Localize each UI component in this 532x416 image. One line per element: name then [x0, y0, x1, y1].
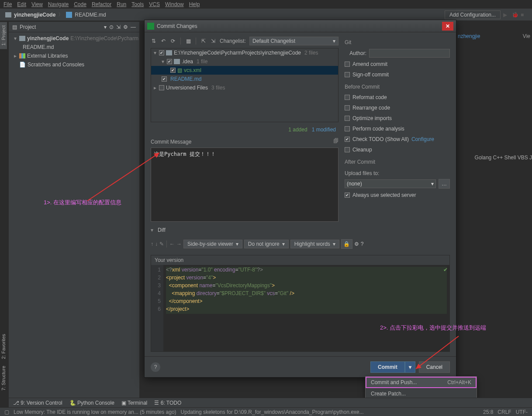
gear-icon[interactable]: ⚙ [354, 241, 359, 247]
target-icon[interactable]: ⊙ [109, 24, 114, 30]
chevron-down-icon[interactable]: ▾ [104, 24, 107, 30]
project-tool-tab[interactable]: 1: Project [0, 22, 7, 49]
changelist-combo[interactable]: Default Changelist ▾ [249, 37, 339, 45]
expand-icon[interactable]: ▾ [14, 35, 17, 41]
changes-tree[interactable]: ▾ E:\YinzhengjieCode\PycharmProjects\yin… [151, 48, 339, 122]
rearrange-checkbox-row[interactable]: Rearrange code [345, 104, 450, 112]
project-root-node[interactable]: ▾ yinzhengjieCode E:\YinzhengjieCode\Pyc… [9, 34, 139, 43]
checkbox[interactable] [345, 137, 350, 142]
configure-link[interactable]: Configure [411, 136, 434, 142]
prev-change-icon[interactable]: ↑ [151, 241, 153, 247]
commit-split-button[interactable]: Commit ▾ [370, 361, 415, 373]
python-console-tab[interactable]: 🐍 Python Console [69, 400, 114, 406]
project-tree[interactable]: ▾ yinzhengjieCode E:\YinzhengjieCode\Pyc… [9, 32, 139, 71]
collapse-icon[interactable]: ⇲ [116, 24, 121, 30]
viewer-mode-dropdown[interactable]: Side-by-side viewer▾ [183, 240, 242, 248]
stop-icon[interactable]: ■ [521, 12, 527, 18]
gear-icon[interactable]: ⚙ [123, 24, 128, 30]
readme-file-node[interactable]: README.md [9, 43, 139, 52]
checkbox[interactable] [159, 50, 164, 55]
back-icon[interactable]: ← [169, 241, 175, 247]
highlight-dropdown[interactable]: Highlight words▾ [290, 240, 339, 248]
todo-tab[interactable]: ☰ 6: TODO [154, 400, 181, 406]
checkbox[interactable] [345, 105, 350, 110]
menu-code[interactable]: Code [74, 1, 86, 7]
hide-icon[interactable]: — [131, 24, 136, 30]
menu-navigate[interactable]: Navigate [48, 1, 69, 7]
menu-vcs[interactable]: VCS [149, 1, 160, 7]
always-server-checkbox-row[interactable]: Always use selected server [345, 191, 450, 199]
line-separator[interactable]: CRLF [497, 409, 511, 415]
debug-icon[interactable]: 🐞 [512, 12, 518, 18]
checkbox[interactable] [170, 68, 176, 73]
external-libraries-node[interactable]: ▸ External Libraries [9, 52, 139, 60]
menu-help[interactable]: Help [189, 1, 200, 7]
structure-tool-tab[interactable]: 7: Structure [0, 362, 7, 394]
help-icon[interactable]: ? [361, 241, 364, 247]
code-editor[interactable]: 123456 <?xml version="1.0" encoding="UTF… [151, 265, 449, 351]
encoding[interactable]: UTF- [516, 409, 528, 415]
help-button[interactable]: ? [151, 362, 160, 372]
breadcrumb-project[interactable]: yinzhengjieCode [14, 12, 55, 18]
run-icon[interactable]: ▶ [503, 12, 509, 18]
idea-folder-row[interactable]: ▾ .idea 1 file [151, 57, 338, 66]
caret-position[interactable]: 25:8 [483, 409, 493, 415]
analysis-checkbox-row[interactable]: Perform code analysis [345, 125, 450, 133]
commit-dropdown-button[interactable]: ▾ [405, 361, 415, 373]
menu-edit[interactable]: Edit [17, 1, 26, 7]
commit-message-input[interactable] [151, 148, 339, 222]
menu-file[interactable]: File [3, 1, 12, 7]
breadcrumb-file[interactable]: README.md [75, 12, 106, 18]
signoff-checkbox-row[interactable]: Sign-off commit [345, 71, 450, 79]
terminal-tab[interactable]: ▣ Terminal [121, 400, 147, 406]
author-input[interactable] [369, 49, 450, 58]
revert-icon[interactable]: ↶ [160, 38, 166, 44]
checkbox[interactable] [345, 147, 350, 152]
checkbox[interactable] [345, 62, 350, 67]
dialog-titlebar[interactable]: Commit Changes ✕ [145, 20, 456, 32]
commit-button[interactable]: Commit [370, 361, 405, 373]
expand-icon[interactable]: ▾ [151, 227, 154, 233]
favorites-tool-tab[interactable]: 2: Favorites [0, 330, 7, 362]
unversioned-row[interactable]: ▸ Unversioned Files 3 files [151, 83, 338, 92]
menu-refactor[interactable]: Refactor [92, 1, 111, 7]
cleanup-checkbox-row[interactable]: Cleanup [345, 146, 450, 154]
lock-icon[interactable]: 🔒 [341, 239, 352, 249]
run-configuration-selector[interactable]: Add Configuration... [445, 10, 501, 19]
show-diff-icon[interactable]: ⇅ [151, 38, 157, 44]
close-button[interactable]: ✕ [442, 22, 453, 31]
ignore-dropdown[interactable]: Do not ignore▾ [244, 240, 289, 248]
checkbox[interactable] [345, 126, 350, 131]
upload-server-combo[interactable]: (none)▾ [345, 179, 436, 188]
scratches-node[interactable]: 📄 Scratches and Consoles [9, 60, 139, 69]
history-icon[interactable]: 🗐 [333, 138, 339, 144]
optimize-checkbox-row[interactable]: Optimize imports [345, 114, 450, 122]
expand-icon[interactable]: ▸ [14, 53, 17, 59]
collapse-all-icon[interactable]: ⇲ [210, 38, 216, 44]
next-change-icon[interactable]: ↓ [155, 241, 158, 247]
expand-all-icon[interactable]: ⇱ [200, 38, 207, 44]
commit-and-push-item[interactable]: Commit and Push... Ctrl+Alt+K [366, 377, 477, 388]
readme-row[interactable]: README.md [151, 75, 338, 83]
edit-icon[interactable]: ✎ [159, 241, 164, 247]
menu-bar[interactable]: File Edit View Navigate Code Refactor Ru… [0, 0, 532, 9]
menu-view[interactable]: View [31, 1, 43, 7]
todo-checkbox-row[interactable]: Check TODO (Show All) Configure [345, 135, 450, 143]
refresh-icon[interactable]: ⟳ [170, 38, 176, 44]
low-memory-message[interactable]: Low Memory: The IDE is running low on me… [14, 409, 176, 415]
tree-root-row[interactable]: ▾ E:\YinzhengjieCode\PycharmProjects\yin… [151, 48, 338, 57]
menu-window[interactable]: Window [165, 1, 184, 7]
checkbox[interactable] [345, 95, 350, 100]
checkbox[interactable] [167, 59, 172, 64]
cancel-button[interactable]: Cancel [419, 361, 450, 373]
checkbox[interactable] [159, 85, 164, 90]
forward-icon[interactable]: → [176, 241, 182, 247]
vcs-xml-row[interactable]: ▧ vcs.xml [151, 66, 338, 75]
checkbox[interactable] [162, 76, 167, 82]
editor-link[interactable]: nzhengjie [458, 33, 532, 39]
menu-run[interactable]: Run [117, 1, 126, 7]
checkbox[interactable] [345, 72, 350, 77]
checkbox[interactable] [345, 116, 350, 121]
group-icon[interactable]: ▦ [185, 38, 191, 44]
version-control-tab[interactable]: ⎇ 9: Version Control [13, 400, 62, 406]
